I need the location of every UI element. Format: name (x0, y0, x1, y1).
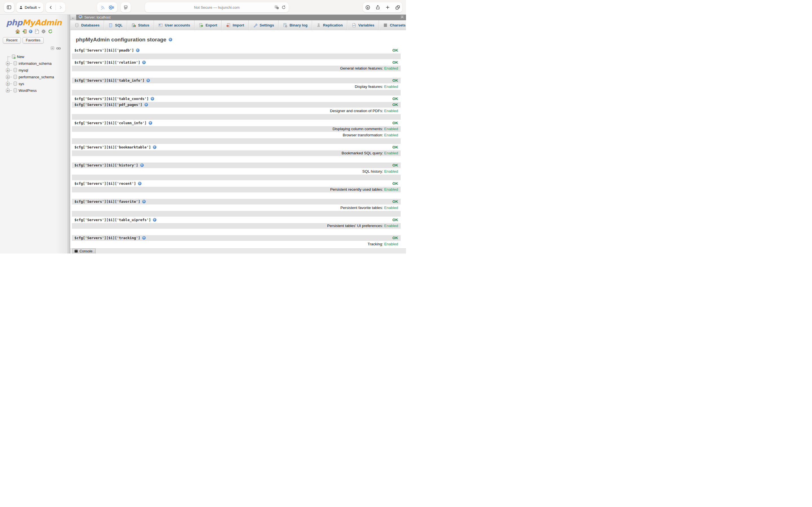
help-icon[interactable]: ? (151, 97, 154, 101)
tab-replication[interactable]: Replication (312, 20, 347, 30)
home-icon[interactable] (15, 29, 20, 34)
link-icon[interactable] (56, 46, 61, 51)
sidebar-toggle-icon (6, 4, 12, 10)
help-icon[interactable]: ? (153, 145, 156, 149)
expand-icon[interactable]: + (6, 75, 10, 79)
enabled-value: Enabled (384, 151, 398, 155)
import-icon (226, 23, 231, 27)
new-tab-icon[interactable] (385, 5, 390, 10)
tab-databases[interactable]: Databases (70, 20, 104, 30)
config-row: $cfg['Servers'][$i]['table_coords']?OK (72, 96, 401, 101)
tab-variables[interactable]: <> Variables (347, 20, 379, 30)
star-badge-extension-icon[interactable] (109, 5, 114, 10)
tree-item-new[interactable]: New (3, 53, 68, 60)
favorites-button[interactable]: Favorites (22, 37, 44, 44)
feature-status: Tracking: Enabled (74, 242, 398, 246)
panel-resize-handle[interactable] (68, 15, 70, 253)
feature-status: Display features: Enabled (74, 84, 398, 89)
help-icon[interactable]: ? (140, 163, 144, 167)
tab-settings[interactable]: Settings (249, 20, 278, 30)
help-icon[interactable]: ? (138, 182, 142, 185)
enabled-value: Enabled (384, 224, 398, 228)
tab-export[interactable]: Export (195, 20, 221, 30)
help-icon[interactable]: ? (142, 236, 146, 240)
help-icon[interactable]: ? (144, 103, 148, 107)
feature-status: Designer and creation of PDFs: Enabled (74, 109, 398, 113)
config-directive: $cfg['Servers'][$i]['history'] (74, 163, 138, 167)
expand-icon[interactable]: + (6, 68, 10, 72)
rss-extension-icon[interactable] (100, 5, 105, 10)
address-bar[interactable]: Not Secure — hujunchi.com A a (145, 2, 289, 12)
reload-icon[interactable] (282, 5, 286, 10)
enabled-value: Enabled (384, 242, 398, 246)
profile-switcher[interactable]: Default (16, 2, 43, 12)
tab-user-accounts[interactable]: User accounts (154, 20, 195, 30)
server-breadcrumb[interactable]: Server: localhost (84, 15, 110, 19)
tree-item-mysql[interactable]: + mysql (3, 67, 68, 73)
tree-item-sys[interactable]: + sys (3, 80, 68, 87)
server-breadcrumb-bar: ← Server: localhost (70, 15, 406, 20)
docs-icon[interactable] (35, 29, 39, 34)
phpmyadmin-logo[interactable]: phpMyAdmin (0, 15, 68, 27)
database-tree: New + information_schema + mysql (3, 53, 68, 94)
tree-item-wordpress[interactable]: + WordPress (3, 87, 68, 94)
help-icon[interactable]: ? (153, 218, 156, 222)
ok-status: OK (393, 78, 398, 82)
browser-toolbar: Default (0, 0, 406, 15)
feature-status-row: SQL history: Enabled (72, 168, 401, 174)
feature-status: Bookmarked SQL query: Enabled (74, 151, 398, 155)
feature-status-row: Tracking: Enabled (72, 241, 401, 247)
spacer-row (72, 71, 401, 77)
back-button[interactable] (49, 5, 53, 10)
help-icon[interactable]: ? (142, 61, 146, 64)
enabled-value: Enabled (384, 169, 398, 173)
config-row: $cfg['Servers'][$i]['pmadb']?OK (72, 47, 401, 53)
tab-binary-log[interactable]: Binary log (278, 20, 312, 30)
refresh-icon[interactable] (48, 29, 53, 34)
console-button[interactable]: Console (72, 248, 96, 253)
new-database-icon (11, 54, 15, 59)
help-icon[interactable]: ? (168, 38, 172, 41)
spacer-row (72, 193, 401, 198)
tab-import[interactable]: Import (221, 20, 248, 30)
database-icon (13, 75, 17, 79)
page-title: phpMyAdmin configuration storage (76, 37, 166, 43)
sidebar-toggle-button[interactable] (4, 2, 14, 12)
tree-item-information_schema[interactable]: + information_schema (3, 60, 68, 67)
expand-icon[interactable]: + (6, 89, 10, 93)
tab-charsets[interactable]: Charsets (379, 20, 406, 30)
help-icon[interactable]: ? (136, 48, 140, 52)
tab-group-button[interactable] (121, 2, 131, 12)
help-icon[interactable]: ? (149, 121, 152, 125)
tab-status[interactable]: Status (127, 20, 154, 30)
database-icon (13, 68, 17, 72)
config-directive: $cfg['Servers'][$i]['pdf_pages'] (74, 103, 142, 107)
config-row: $cfg['Servers'][$i]['tracking']?OK (72, 235, 401, 241)
ok-status: OK (393, 200, 398, 204)
ok-status: OK (393, 103, 398, 107)
download-icon[interactable] (365, 5, 370, 10)
tree-item-performance_schema[interactable]: + performance_schema (3, 73, 68, 80)
binary-log-icon (283, 23, 287, 27)
ok-status: OK (393, 236, 398, 240)
feature-status-row: Displaying column comments: Enabled (72, 126, 401, 132)
gear-icon[interactable] (41, 29, 46, 34)
expand-icon[interactable]: + (6, 62, 10, 65)
help-icon[interactable]: ? (146, 78, 150, 82)
tab-sql[interactable]: SQL (104, 20, 127, 30)
translate-icon[interactable]: A a (274, 5, 279, 10)
svg-text:<>: <> (353, 24, 356, 27)
scroll-top-icon[interactable] (400, 15, 404, 20)
config-directive: $cfg['Servers'][$i]['column_info'] (74, 121, 147, 125)
recent-button[interactable]: Recent (3, 37, 21, 44)
expand-icon[interactable]: + (6, 82, 10, 86)
help-icon[interactable]: ? (29, 30, 33, 33)
help-icon[interactable]: ? (142, 200, 146, 203)
database-icon (13, 88, 17, 93)
tab-overview-icon[interactable] (395, 5, 400, 10)
nav-back-button[interactable]: ← (70, 15, 77, 20)
share-icon[interactable] (375, 5, 380, 10)
forward-button[interactable] (58, 5, 63, 10)
exit-icon[interactable] (22, 29, 27, 34)
collapse-all-icon[interactable] (50, 46, 55, 52)
